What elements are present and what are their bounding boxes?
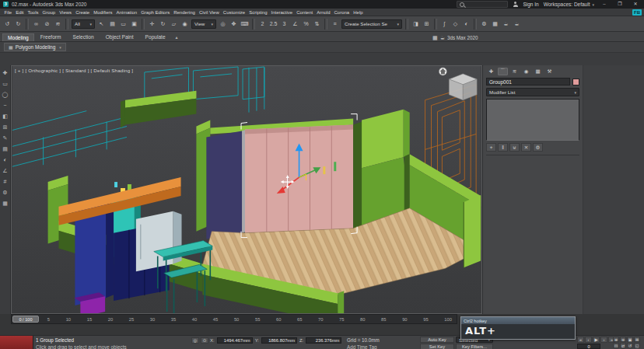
wardrobe-group[interactable]: [245, 125, 353, 233]
modifier-list-dropdown[interactable]: Modifier List: [486, 88, 579, 96]
y-coordinate-field[interactable]: 1866.807mm: [261, 337, 297, 344]
reference-coordinate-system-dropdown[interactable]: View: [191, 19, 216, 29]
menu-item[interactable]: Civil View: [197, 10, 221, 15]
bind-to-space-warp-icon[interactable]: ≋: [53, 19, 63, 29]
unlink-selection-icon[interactable]: ⊘: [42, 19, 52, 29]
ribbon-tab[interactable]: Populate: [140, 33, 171, 41]
material-editor-icon[interactable]: ◐: [461, 19, 471, 29]
schematic-view-icon[interactable]: ◇: [450, 19, 460, 29]
ribbon-tab[interactable]: Selection: [68, 33, 100, 41]
menu-item[interactable]: Content: [295, 10, 315, 15]
motion-tab-icon[interactable]: ◉: [521, 68, 531, 75]
left-toolbar-icon[interactable]: ~: [3, 103, 6, 109]
zoom-icon[interactable]: ⊕: [613, 337, 619, 342]
window-crossing-icon[interactable]: ▣: [129, 19, 139, 29]
menu-item[interactable]: Rendering: [172, 10, 198, 15]
toolbar-thumb-icon[interactable]: ▦: [432, 35, 438, 41]
maximize-button[interactable]: ❐: [614, 1, 625, 8]
menu-item[interactable]: Corona: [332, 10, 352, 15]
timeline-ruler[interactable]: 0510152025303540455055606570758085909510…: [29, 315, 452, 323]
previous-frame-icon[interactable]: ‹: [585, 337, 592, 343]
show-end-result-icon[interactable]: ‖: [498, 143, 508, 152]
pan-icon[interactable]: ⇄: [620, 343, 626, 348]
edit-named-selection-sets-icon[interactable]: ≡: [330, 19, 340, 29]
counter-item[interactable]: [114, 182, 117, 187]
selection-lock-toggle[interactable]: ⊙: [201, 337, 208, 344]
menu-item[interactable]: Scripting: [247, 10, 269, 15]
select-and-rotate-icon[interactable]: ↻: [158, 19, 168, 29]
pin-stack-icon[interactable]: ⌖: [486, 143, 496, 152]
x-coordinate-field[interactable]: 1494.467mm: [217, 337, 253, 344]
isolate-selection-toggle[interactable]: ◎: [191, 337, 199, 344]
render-iterative-icon[interactable]: ☕: [512, 19, 522, 29]
ribbon-tab[interactable]: Freeform: [35, 33, 67, 41]
snap-toggle-3d-icon[interactable]: 3: [279, 19, 289, 29]
left-toolbar-icon[interactable]: ∠: [2, 168, 7, 174]
menu-item[interactable]: Create: [74, 10, 92, 15]
select-by-name-icon[interactable]: ▤: [107, 19, 117, 29]
create-tab-icon[interactable]: ✚: [486, 68, 496, 75]
maximize-viewport-toggle-icon[interactable]: ◱: [634, 343, 640, 348]
snap-toggle-2d-icon[interactable]: 2: [257, 19, 268, 29]
select-and-scale-icon[interactable]: ▱: [169, 19, 179, 29]
menu-item[interactable]: Help: [352, 10, 365, 15]
configure-modifier-sets-icon[interactable]: ⚙: [533, 143, 543, 152]
hierarchy-tab-icon[interactable]: ≋: [509, 68, 520, 75]
navy-door[interactable]: [206, 129, 247, 239]
menu-item[interactable]: Views: [58, 10, 74, 15]
align-icon[interactable]: ⊞: [422, 19, 432, 29]
utilities-tab-icon[interactable]: ⚒: [544, 68, 555, 75]
key-filters-button[interactable]: Key Filters...: [456, 344, 493, 349]
right-return-wall[interactable]: [464, 195, 481, 267]
polygon-modeling-panel[interactable]: ▦ Polygon Modeling: [4, 43, 66, 51]
menu-item[interactable]: Modifiers: [92, 10, 114, 15]
render-teapot-icon[interactable]: ☕: [440, 35, 445, 41]
left-toolbar-icon[interactable]: ⚙: [2, 190, 7, 196]
auto-key-button[interactable]: Auto Key: [420, 337, 454, 343]
zoom-extents-all-icon[interactable]: ⊞: [634, 337, 640, 342]
time-slider[interactable]: 0 / 100: [12, 316, 39, 323]
viewport[interactable]: [ + ] [ Orthographic ] [ Standard ] [ De…: [11, 65, 482, 314]
zoom-all-icon[interactable]: ⊛: [620, 337, 626, 342]
workspaces-dropdown[interactable]: Workspaces: Default: [544, 2, 594, 7]
menu-item[interactable]: Interactive: [269, 10, 295, 15]
menu-item[interactable]: Customize: [221, 10, 247, 15]
viewcube[interactable]: [449, 74, 477, 100]
object-name-field[interactable]: Group001: [486, 78, 570, 86]
search-box[interactable]: [457, 1, 508, 8]
z-coordinate-field[interactable]: 236.376mm: [306, 337, 341, 344]
door-handle-yellow[interactable]: [323, 166, 325, 174]
rendered-frame-window-icon[interactable]: ▦: [490, 19, 500, 29]
curve-editor-icon[interactable]: ∫: [439, 19, 450, 29]
viewcube-home-icon[interactable]: [439, 68, 446, 75]
snap-toggle-25d-icon[interactable]: 2.5: [268, 19, 278, 29]
render-setup-icon[interactable]: ⚙: [479, 19, 489, 29]
keyboard-shortcut-override-icon[interactable]: ⌨: [240, 19, 250, 29]
track-bar[interactable]: 0510152025303540455055606570758085909510…: [11, 314, 457, 324]
select-object-icon[interactable]: ↖: [96, 19, 107, 29]
menu-item[interactable]: Graph Editors: [139, 10, 172, 15]
menu-item[interactable]: File: [2, 10, 14, 15]
next-frame-icon[interactable]: ›: [600, 337, 607, 343]
left-toolbar-icon[interactable]: ◯: [2, 92, 9, 98]
door-handle-green[interactable]: [334, 162, 336, 171]
minimize-button[interactable]: –: [599, 1, 610, 8]
left-toolbar-icon[interactable]: #: [4, 179, 7, 185]
left-toolbar-icon[interactable]: ✚: [3, 70, 8, 76]
menu-item[interactable]: Edit: [14, 10, 26, 15]
menu-item[interactable]: Group: [40, 10, 58, 15]
left-toolbar-icon[interactable]: ⊞: [3, 124, 8, 131]
percent-snap-icon[interactable]: %: [301, 19, 311, 29]
select-and-link-icon[interactable]: ∞: [31, 19, 41, 29]
zoom-extents-icon[interactable]: ▣: [627, 337, 633, 342]
menu-item[interactable]: Tools: [26, 10, 40, 15]
go-to-start-icon[interactable]: «: [577, 337, 584, 343]
render-production-icon[interactable]: ☕: [501, 19, 511, 29]
modifier-stack[interactable]: [486, 99, 579, 141]
make-unique-icon[interactable]: ⊎: [509, 143, 520, 152]
zoom-region-icon[interactable]: ⊡: [613, 343, 619, 348]
menu-item[interactable]: Arnold: [315, 10, 332, 15]
left-toolbar-icon[interactable]: ▤: [2, 146, 8, 152]
select-and-manipulate-icon[interactable]: ✥: [229, 19, 239, 29]
hotkey-overlay-title[interactable]: Ctrl2 hotkey: [461, 317, 575, 324]
